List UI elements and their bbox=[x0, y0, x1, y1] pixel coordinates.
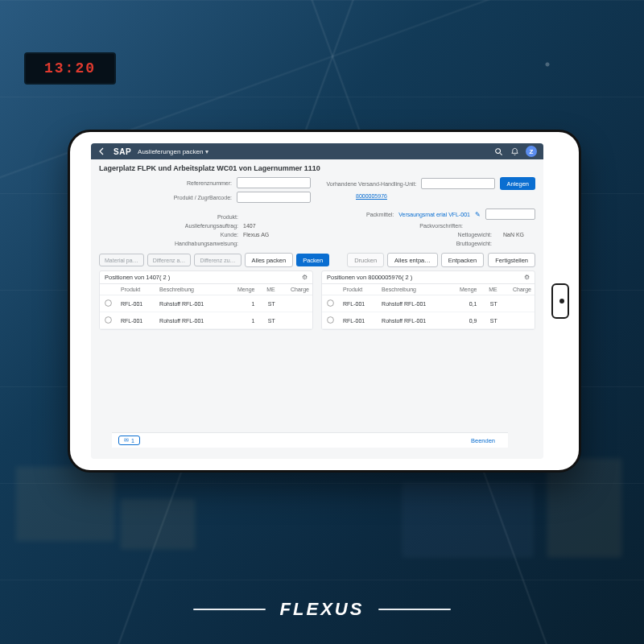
app-screen: SAP Auslieferungen packen ▾ Z Lagerplatz bbox=[91, 143, 543, 459]
customer-value: Flexus AG bbox=[243, 232, 311, 237]
brand-line-left bbox=[193, 609, 266, 610]
table-left: Positionen von 1407( 2 ) ⚙ ProduktBeschr… bbox=[99, 270, 313, 330]
table-row[interactable]: RFL-001Rohstoff RFL-0011ST bbox=[100, 312, 312, 329]
table-right-title: Positionen von 8000005976( 2 ) bbox=[327, 274, 412, 281]
sap-logo: SAP bbox=[114, 147, 131, 156]
complete-button[interactable]: Fertigstellen bbox=[488, 253, 535, 267]
print-button[interactable]: Drucken bbox=[347, 253, 384, 267]
user-avatar[interactable]: Z bbox=[526, 146, 537, 157]
existing-hu-input[interactable] bbox=[421, 178, 495, 189]
action-toolbar: Material pa… Differenz a… Differenz zu… … bbox=[99, 253, 535, 267]
existing-hu-label: Vorhandene Versand-Handling-Unit: bbox=[326, 181, 416, 187]
hu-link[interactable]: 8000005976 bbox=[356, 193, 387, 199]
form-right: Vorhandene Versand-Handling-Unit: Anlege… bbox=[324, 177, 535, 246]
brand-footer: FLEXUS bbox=[0, 599, 644, 620]
barcode-input[interactable] bbox=[237, 192, 311, 203]
unpack-button[interactable]: Entpacken bbox=[441, 253, 484, 267]
notifications-icon[interactable] bbox=[510, 147, 519, 156]
chevron-down-icon: ▾ bbox=[205, 148, 208, 155]
stage: 13:20 SAP Auslieferungen packen ▾ bbox=[0, 0, 644, 644]
row-select[interactable] bbox=[105, 316, 111, 323]
row-select[interactable] bbox=[105, 299, 111, 306]
product-label: Produkt: bbox=[217, 214, 238, 220]
delivery-label: Auslieferungsauftrag: bbox=[185, 223, 238, 229]
packaging-label: Packmittel: bbox=[366, 212, 394, 217]
customer-label: Kunde: bbox=[221, 232, 238, 237]
delivery-value: 1407 bbox=[243, 223, 311, 229]
message-icon: ✉ bbox=[124, 437, 129, 444]
reference-label: Referenznummer: bbox=[187, 180, 232, 186]
messages-button[interactable]: ✉ 1 bbox=[118, 436, 140, 445]
filter-pills: Material pa… Differenz a… Differenz zu… bbox=[99, 254, 242, 266]
netweight-value: NaN KG bbox=[503, 232, 535, 237]
shell-title[interactable]: Auslieferungen packen ▾ bbox=[138, 148, 208, 155]
wall-clock: 13:20 bbox=[24, 52, 116, 85]
shell-bar: SAP Auslieferungen packen ▾ Z bbox=[91, 143, 543, 159]
table-right-grid: ProduktBeschreibungMengeMECharge RFL-001… bbox=[322, 284, 535, 329]
tables: Positionen von 1407( 2 ) ⚙ ProduktBeschr… bbox=[99, 270, 535, 330]
row-select[interactable] bbox=[327, 299, 333, 306]
exit-button[interactable]: Beenden bbox=[464, 434, 502, 447]
filter-3[interactable]: Differenz zu… bbox=[194, 254, 241, 266]
table-right: Positionen von 8000005976( 2 ) ⚙ Produkt… bbox=[321, 270, 535, 330]
form-left: Referenznummer: Produkt / ZugrBarcode: P… bbox=[99, 177, 311, 246]
edit-packaging-icon[interactable]: ✎ bbox=[475, 211, 481, 218]
tablet-camera bbox=[559, 299, 564, 303]
gear-icon[interactable]: ⚙ bbox=[524, 274, 530, 281]
packaging-extra-input[interactable] bbox=[485, 208, 535, 220]
row-select[interactable] bbox=[327, 316, 333, 323]
search-icon[interactable] bbox=[493, 147, 503, 156]
brand-word: FLEXUS bbox=[280, 599, 365, 620]
unpack-all-button[interactable]: Alles entpa… bbox=[387, 253, 438, 267]
page-title: Lagerplatz FLPK und Arbeitsplatz WC01 vo… bbox=[99, 164, 535, 172]
grossweight-label: Bruttogewicht: bbox=[456, 241, 492, 246]
table-left-grid: ProduktBeschreibungMengeMECharge RFL-001… bbox=[100, 284, 312, 329]
message-count: 1 bbox=[131, 438, 134, 444]
create-hu-button[interactable]: Anlegen bbox=[500, 177, 535, 190]
filter-2[interactable]: Differenz a… bbox=[147, 254, 192, 266]
reference-input[interactable] bbox=[237, 177, 311, 188]
tablet-frame: SAP Auslieferungen packen ▾ Z Lagerplatz bbox=[68, 130, 581, 473]
table-row[interactable]: RFL-001Rohstoff RFL-0010,1ST bbox=[322, 295, 535, 312]
table-left-title: Positionen von 1407( 2 ) bbox=[105, 274, 170, 281]
filter-1[interactable]: Material pa… bbox=[99, 254, 144, 266]
header-form: Referenznummer: Produkt / ZugrBarcode: P… bbox=[99, 177, 535, 246]
back-icon[interactable] bbox=[97, 147, 107, 156]
pack-all-button[interactable]: Alles packen bbox=[245, 253, 294, 267]
table-row[interactable]: RFL-001Rohstoff RFL-0010,9ST bbox=[322, 312, 535, 329]
clock-time: 13:20 bbox=[44, 60, 96, 76]
packinstr-label: Packvorschriften: bbox=[419, 223, 463, 229]
gear-icon[interactable]: ⚙ bbox=[302, 274, 308, 281]
brand-line-right bbox=[378, 609, 451, 610]
page: Lagerplatz FLPK und Arbeitsplatz WC01 vo… bbox=[91, 159, 543, 444]
table-row[interactable]: RFL-001Rohstoff RFL-0011ST bbox=[100, 295, 312, 312]
netweight-label: Nettogewicht: bbox=[458, 232, 492, 237]
pack-button[interactable]: Packen bbox=[296, 254, 329, 266]
handling-label: Handhabungsanweisung: bbox=[175, 241, 238, 246]
svg-point-0 bbox=[495, 148, 500, 153]
footer-bar: ✉ 1 Beenden bbox=[112, 432, 508, 448]
packaging-value: Versaungsmat erial VFL-001 bbox=[398, 212, 470, 217]
barcode-label: Produkt / ZugrBarcode: bbox=[174, 195, 232, 200]
